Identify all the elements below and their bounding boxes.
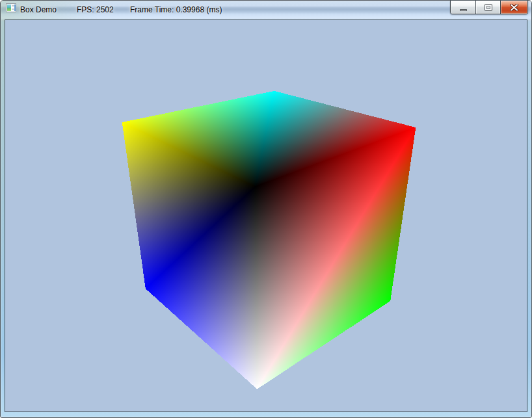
application-icon[interactable] <box>6 3 16 13</box>
window-controls <box>450 1 528 14</box>
fps-counter: FPS: 2502 <box>77 1 114 19</box>
maximize-icon <box>485 5 492 10</box>
maximize-button[interactable] <box>475 1 500 14</box>
close-icon <box>510 4 518 11</box>
render-canvas[interactable] <box>5 20 527 411</box>
titlebar[interactable]: Box Demo FPS: 2502 Frame Time: 0.39968 (… <box>1 1 531 20</box>
client-area <box>5 20 527 412</box>
minimize-button[interactable] <box>451 1 475 14</box>
close-button[interactable] <box>500 1 527 14</box>
window-title: Box Demo <box>20 1 57 19</box>
minimize-icon <box>460 9 467 11</box>
app-window: Box Demo FPS: 2502 Frame Time: 0.39968 (… <box>0 0 532 418</box>
frame-time-counter: Frame Time: 0.39968 (ms) <box>130 1 222 19</box>
